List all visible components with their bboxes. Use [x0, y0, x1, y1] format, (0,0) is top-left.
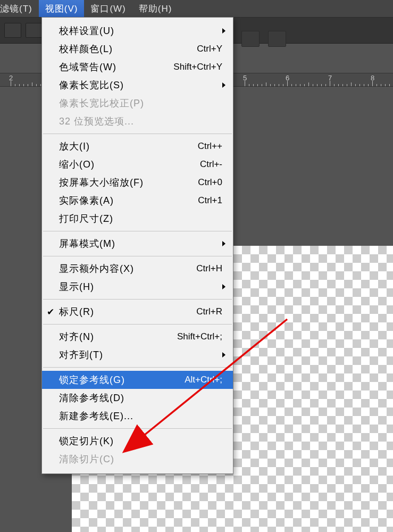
menu-item-fit-screen[interactable]: 按屏幕大小缩放(F)Ctrl+0: [42, 173, 233, 192]
ruler-tick: [359, 84, 360, 86]
ruler-tick: [347, 84, 347, 86]
menu-item-screen-mode[interactable]: 屏幕模式(M): [42, 235, 233, 253]
menu-item-lock-slices[interactable]: 锁定切片(K): [42, 432, 233, 450]
menu-item-label: 清除切片(C): [59, 453, 222, 466]
menu-item-label: 像素长宽比校正(P): [59, 97, 222, 110]
ruler-tick: [368, 84, 369, 86]
menu-item-snap-to[interactable]: 对齐到(T): [42, 346, 233, 364]
panel-dock-buttons: [241, 31, 286, 47]
menu-separator: [43, 324, 232, 325]
ruler-tick: [287, 81, 288, 86]
menu-item-show[interactable]: 显示(H): [42, 278, 233, 296]
ruler-tick: [351, 82, 352, 86]
menu-item-shortcut: Ctrl+Y: [197, 44, 222, 54]
menu-item-label: 32 位预览选项...: [59, 115, 222, 128]
menu-item-snap[interactable]: 对齐(N)Shift+Ctrl+;: [42, 328, 233, 346]
menu-item-clear-guides[interactable]: 清除参考线(D): [42, 389, 233, 407]
menu-item-label: 新建参考线(E)...: [59, 410, 222, 422]
ruler-tick: [279, 84, 279, 86]
ruler-tick: [325, 84, 326, 86]
ruler-tick: [389, 84, 390, 86]
menu-separator: [43, 134, 232, 134]
menu-item-proof-setup[interactable]: 校样设置(U): [42, 22, 233, 40]
menu-item-new-guide[interactable]: 新建参考线(E)...: [42, 407, 233, 425]
ruler-tick: [266, 82, 266, 86]
ruler-tick: [270, 84, 271, 86]
menu-item-shortcut: Ctrl+H: [196, 263, 222, 274]
ruler-tick: [296, 84, 296, 86]
menu-item-label: 色域警告(W): [59, 61, 173, 73]
menu-item-shortcut: Shift+Ctrl+Y: [173, 62, 222, 72]
menu-item-32bit-preview: 32 位预览选项...: [42, 112, 233, 130]
menu-item-actual-pixels[interactable]: 实际像素(A)Ctrl+1: [42, 192, 233, 210]
ruler-tick: [283, 84, 283, 86]
menu-item-label: 像素长宽比(S): [59, 79, 222, 92]
ruler-tick: [253, 84, 254, 86]
ruler-tick: [40, 84, 41, 86]
menu-separator: [43, 231, 232, 231]
ruler-tick: [15, 84, 15, 86]
ruler-tick: [313, 84, 313, 86]
menu-window[interactable]: 窗口(W): [84, 0, 132, 17]
menu-separator: [43, 256, 232, 256]
ruler-tick: [372, 81, 373, 86]
submenu-arrow-icon: [222, 28, 225, 34]
menu-item-shortcut: Shift+Ctrl+;: [177, 331, 222, 342]
menu-view[interactable]: 视图(V): [39, 0, 85, 17]
menu-help[interactable]: 帮助(H): [132, 0, 179, 17]
menu-item-shortcut: Ctrl+-: [200, 159, 222, 170]
ruler-tick: [245, 81, 245, 86]
menu-item-shortcut: Ctrl+0: [198, 177, 222, 188]
ruler-tick: [262, 84, 262, 86]
menu-item-print-size[interactable]: 打印尺寸(Z): [42, 210, 233, 228]
ruler-tick: [338, 84, 339, 86]
menu-item-show-extras[interactable]: 显示额外内容(X)Ctrl+H: [42, 260, 233, 278]
ruler-tick: [291, 84, 292, 86]
submenu-arrow-icon: [222, 352, 225, 358]
submenu-arrow-icon: [222, 284, 225, 289]
ruler-tick: [257, 84, 258, 86]
tool-option-button-1[interactable]: [4, 23, 21, 38]
ruler-tick: [249, 84, 249, 86]
tool-option-button-2[interactable]: [26, 23, 43, 38]
menu-item-pixel-aspect-cor: 像素长宽比校正(P): [42, 94, 233, 112]
menu-separator: [43, 428, 232, 429]
menu-item-zoom-in[interactable]: 放大(I)Ctrl++: [42, 137, 233, 155]
menu-item-label: 显示(H): [59, 280, 222, 293]
ruler-tick: [36, 84, 37, 86]
check-icon: ✔: [47, 306, 55, 318]
menu-item-gamut-warning[interactable]: 色域警告(W)Shift+Ctrl+Y: [42, 58, 233, 76]
ruler-tick: [19, 84, 20, 86]
menu-item-label: 显示额外内容(X): [59, 262, 196, 275]
ruler-tick: [355, 84, 356, 86]
ruler-tick: [32, 82, 32, 86]
ruler-tick: [304, 84, 305, 86]
submenu-arrow-icon: [222, 241, 225, 246]
menu-item-shortcut: Ctrl+R: [196, 306, 222, 317]
menu-item-shortcut: Alt+Ctrl+;: [185, 375, 222, 385]
menu-item-label: 缩小(O): [59, 158, 200, 171]
menu-item-lock-guides[interactable]: 锁定参考线(G)Alt+Ctrl+;: [42, 371, 233, 389]
panel-toggle-2[interactable]: [268, 31, 286, 47]
menu-item-label: 实际像素(A): [59, 194, 198, 207]
menu-item-rulers[interactable]: ✔标尺(R)Ctrl+R: [42, 303, 233, 321]
menu-item-label: 按屏幕大小缩放(F): [59, 176, 198, 189]
ruler-tick: [274, 84, 275, 86]
submenu-arrow-icon: [222, 82, 225, 88]
menu-item-label: 对齐到(T): [59, 348, 222, 361]
menu-item-zoom-out[interactable]: 缩小(O)Ctrl+-: [42, 155, 233, 173]
menu-item-proof-colors[interactable]: 校样颜色(L)Ctrl+Y: [42, 40, 233, 58]
menu-item-pixel-aspect[interactable]: 像素长宽比(S): [42, 76, 233, 94]
view-menu-dropdown: 校样设置(U)校样颜色(L)Ctrl+Y色域警告(W)Shift+Ctrl+Y像…: [41, 17, 233, 474]
ruler-tick: [342, 84, 343, 86]
menu-filter[interactable]: 滤镜(T): [0, 0, 39, 17]
panel-toggle-1[interactable]: [241, 31, 260, 47]
menu-separator: [43, 367, 232, 368]
menu-separator: [43, 299, 232, 300]
menu-item-label: 锁定切片(K): [59, 435, 222, 447]
menu-item-clear-slices: 清除切片(C): [42, 450, 233, 468]
menu-item-shortcut: Ctrl+1: [198, 195, 222, 206]
ruler-tick: [11, 81, 11, 86]
ruler-tick: [300, 84, 300, 86]
ruler-tick: [381, 84, 381, 86]
